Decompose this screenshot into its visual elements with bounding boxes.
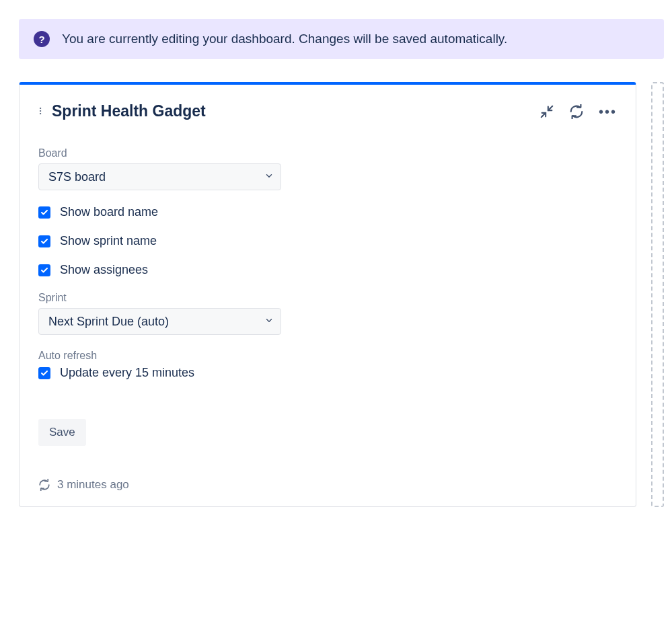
info-banner: ? You are currently editing your dashboa… [19,19,664,59]
gadget-card: ⠇ Sprint Health Gadget [19,82,636,507]
checkbox-icon[interactable] [38,206,50,219]
gadget-form: Board S7S board Show board name [20,128,636,465]
checkbox-show-sprint-name[interactable]: Show sprint name [38,234,617,248]
gadget-footer: 3 minutes ago [20,465,636,506]
sprint-select-value: Next Sprint Due (auto) [48,315,169,329]
refresh-small-icon [38,479,50,491]
gadget-title: Sprint Health Gadget [52,102,206,120]
header-actions: ••• [539,104,617,119]
sprint-label: Sprint [38,292,617,304]
more-icon[interactable]: ••• [599,105,617,118]
checkbox-label: Show board name [60,205,158,219]
board-select-value: S7S board [48,170,106,184]
checkbox-label: Show sprint name [60,234,157,248]
checkbox-icon[interactable] [38,264,50,276]
refresh-icon[interactable] [569,104,584,119]
dashboard-row: ⠇ Sprint Health Gadget [19,82,664,507]
chevron-down-icon [264,315,274,329]
chevron-down-icon [264,170,274,184]
gadget-header: ⠇ Sprint Health Gadget [20,102,636,128]
last-updated-text: 3 minutes ago [57,478,129,492]
save-button[interactable]: Save [38,419,86,446]
checkbox-show-board-name[interactable]: Show board name [38,205,617,219]
drag-handle-icon[interactable]: ⠇ [38,107,45,116]
checkbox-icon[interactable] [38,235,50,247]
board-select[interactable]: S7S board [38,163,281,190]
checkbox-label: Update every 15 minutes [60,366,194,380]
minimize-icon[interactable] [539,104,554,119]
empty-dashboard-slot[interactable] [651,82,664,507]
help-icon: ? [34,31,50,47]
auto-refresh-label: Auto refresh [38,350,617,362]
page: ? You are currently editing your dashboa… [0,0,672,527]
checkbox-show-assignees[interactable]: Show assignees [38,263,617,277]
checkbox-auto-refresh[interactable]: Update every 15 minutes [38,366,617,380]
board-label: Board [38,147,617,159]
checkbox-label: Show assignees [60,263,148,277]
banner-message: You are currently editing your dashboard… [62,32,507,46]
checkbox-icon[interactable] [38,367,50,379]
sprint-select[interactable]: Next Sprint Due (auto) [38,308,281,335]
